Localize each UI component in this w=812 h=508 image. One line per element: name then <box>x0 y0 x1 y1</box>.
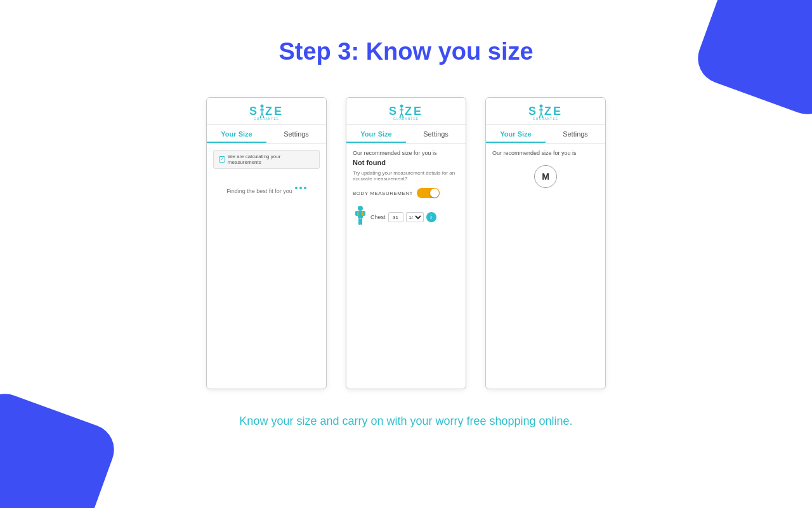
toggle-label: BODY MEASUREMENT <box>353 190 413 196</box>
logo-s-3: S <box>528 105 538 118</box>
logo-bar-2: S ZE GUARANTEE <box>346 98 466 125</box>
info-button[interactable]: i <box>426 212 436 222</box>
logo-ze: ZE <box>265 105 284 118</box>
logo-container-1: S ZE GUARANTEE <box>249 104 284 121</box>
tab-your-size-2[interactable]: Your Size <box>346 125 406 143</box>
toggle-knob <box>430 189 439 197</box>
tab-your-size-1[interactable]: Your Size <box>207 125 266 143</box>
toggle-row: BODY MEASUREMENT IN <box>353 188 459 198</box>
finding-text: Finding the best fit for you <box>226 188 292 194</box>
calculating-text: We are calculating your measurements <box>228 154 314 165</box>
svg-point-5 <box>400 105 403 108</box>
finding-row: Finding the best fit for you <box>226 182 306 194</box>
screenshots-row: S ZE GUARANTEE Your Size Se <box>206 97 606 389</box>
recommendation-text-3: Our recommended size for you is <box>492 150 577 156</box>
svg-point-10 <box>358 206 363 211</box>
measurement-row: Chest 1/2 1/4 3/4 i <box>353 206 459 229</box>
svg-point-18 <box>540 105 543 108</box>
svg-rect-16 <box>357 212 358 216</box>
logo-figure-icon-3 <box>538 104 544 118</box>
logo-figure-icon-2 <box>398 104 405 118</box>
svg-rect-11 <box>358 211 363 218</box>
screenshot-card-1: S ZE GUARANTEE Your Size Se <box>206 97 327 389</box>
not-found-text: Not found <box>353 159 459 166</box>
tab-your-size-3[interactable]: Your Size <box>486 125 546 143</box>
logo-guarantee-3: GUARANTEE <box>533 117 558 121</box>
card2-content: Our recommended size for you is Not foun… <box>346 144 466 389</box>
main-content: Step 3: Know you size S ZE <box>0 0 812 428</box>
svg-rect-14 <box>358 218 360 225</box>
tab-settings-3[interactable]: Settings <box>546 125 605 143</box>
checkbox-icon <box>219 156 225 163</box>
logo-bar-3: S ZE GUARANTEE <box>486 98 605 125</box>
chest-input[interactable] <box>388 212 403 222</box>
screenshot-card-2: S ZE GUARANTEE Your Size Se <box>346 97 466 389</box>
loading-dots <box>295 187 306 189</box>
svg-rect-15 <box>360 218 362 225</box>
dot-1 <box>295 187 298 189</box>
card3-content: Our recommended size for you is M <box>486 144 605 389</box>
logo-ze-2: ZE <box>405 105 423 118</box>
update-text: Try updating your measurement details fo… <box>353 170 459 182</box>
dot-3 <box>304 187 306 189</box>
svg-rect-17 <box>362 212 363 216</box>
step-title: Step 3: Know you size <box>278 38 533 65</box>
tabs-2: Your Size Settings <box>346 125 466 144</box>
logo-bar-1: S ZE GUARANTEE <box>207 98 326 125</box>
chest-label: Chest <box>370 214 386 220</box>
tab-settings-1[interactable]: Settings <box>266 125 326 143</box>
size-badge: M <box>534 165 557 188</box>
logo-s-2: S <box>389 105 398 118</box>
logo-ze-3: ZE <box>544 105 563 118</box>
logo-text-3: S ZE <box>528 104 563 118</box>
logo-container-3: S ZE GUARANTEE <box>528 104 563 121</box>
dot-2 <box>299 187 302 189</box>
svg-point-0 <box>261 105 264 108</box>
tab-settings-2[interactable]: Settings <box>406 125 466 143</box>
calculating-box: We are calculating your measurements <box>213 150 320 169</box>
logo-text-2: S ZE <box>389 104 423 118</box>
logo-figure-icon <box>259 104 265 118</box>
tabs-3: Your Size Settings <box>486 125 605 144</box>
fraction-select[interactable]: 1/2 1/4 3/4 <box>406 212 424 222</box>
screenshot-card-3: S ZE GUARANTEE Your Size Se <box>485 97 606 389</box>
toggle-switch[interactable]: IN <box>417 188 440 198</box>
logo-s: S <box>249 105 259 118</box>
logo-guarantee-1: GUARANTEE <box>254 117 279 121</box>
logo-guarantee-2: GUARANTEE <box>393 117 419 121</box>
tabs-1: Your Size Settings <box>207 125 326 144</box>
recommendation-text-2: Our recommended size for you is <box>353 150 459 156</box>
logo-text-1: S ZE <box>249 104 284 118</box>
card1-content: We are calculating your measurements Fin… <box>207 144 326 389</box>
body-figure-icon <box>353 206 368 229</box>
logo-container-2: S ZE GUARANTEE <box>389 104 423 121</box>
bottom-tagline: Know your size and carry on with your wo… <box>239 415 572 428</box>
